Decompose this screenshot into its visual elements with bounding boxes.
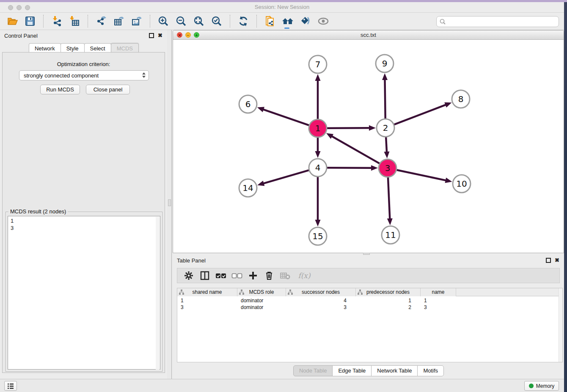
close-table-panel-icon[interactable]: ✖ bbox=[554, 258, 560, 263]
toolbar-separator bbox=[230, 15, 230, 28]
graph-edge-2-3[interactable] bbox=[386, 137, 387, 152]
graph-edge-arrow-1-7 bbox=[315, 74, 321, 81]
toolbar-separator bbox=[88, 15, 88, 28]
deselect-all-rows-icon[interactable] bbox=[231, 270, 242, 281]
graph-node-15[interactable]: 15 bbox=[309, 227, 327, 245]
graph-node-2[interactable]: 2 bbox=[377, 119, 394, 137]
export-table-icon[interactable] bbox=[113, 15, 125, 28]
zoom-selected-icon[interactable] bbox=[210, 15, 223, 28]
splitter-grip[interactable] bbox=[168, 199, 171, 206]
cell-predecessor-nodes[interactable]: 2 bbox=[356, 304, 421, 311]
window-title: Session: New Session bbox=[0, 4, 564, 10]
float-panel-icon[interactable] bbox=[149, 33, 154, 38]
graph-node-4[interactable]: 4 bbox=[309, 159, 327, 177]
graph-node-6[interactable]: 6 bbox=[239, 95, 257, 113]
svg-text:11: 11 bbox=[385, 230, 396, 240]
graph-edge-1-2[interactable] bbox=[327, 128, 370, 128]
save-session-icon[interactable] bbox=[24, 15, 36, 28]
task-history-button[interactable] bbox=[4, 381, 17, 391]
refresh-icon[interactable] bbox=[237, 15, 250, 28]
cell-successor-nodes[interactable]: 4 bbox=[286, 297, 356, 304]
graph-node-7[interactable]: 7 bbox=[309, 55, 327, 73]
network-window-titlebar[interactable]: ✕ − + scc.txt bbox=[173, 30, 564, 40]
tab-motifs[interactable]: Motifs bbox=[417, 365, 444, 376]
delete-column-icon[interactable] bbox=[264, 270, 275, 281]
tab-network-table[interactable]: Network Table bbox=[371, 365, 418, 376]
cell-MCDS-role[interactable]: dominator bbox=[237, 304, 286, 311]
float-table-panel-icon[interactable] bbox=[546, 258, 551, 263]
graph-node-8[interactable]: 8 bbox=[452, 90, 470, 108]
table-row-3[interactable]: 3dominator323 bbox=[177, 304, 562, 311]
zoom-out-icon[interactable] bbox=[175, 15, 187, 28]
cell-MCDS-role[interactable]: dominator bbox=[237, 297, 286, 304]
search-input[interactable] bbox=[446, 19, 556, 25]
memory-button[interactable]: Memory bbox=[524, 381, 559, 391]
graph-edge-2-9[interactable] bbox=[385, 79, 385, 119]
graph-edge-3-11[interactable] bbox=[388, 177, 390, 219]
graph-edge-1-6[interactable] bbox=[263, 109, 309, 125]
graph-edge-arrow-3-11 bbox=[387, 218, 393, 225]
toolbar-splitter-grip[interactable] bbox=[284, 28, 289, 29]
cell-name[interactable]: 1 bbox=[421, 297, 456, 304]
hide-labels-icon[interactable] bbox=[299, 15, 312, 28]
cell-shared-name[interactable]: 1 bbox=[177, 297, 237, 304]
column-header-shared-name[interactable]: shared name bbox=[177, 288, 237, 296]
import-table-icon[interactable] bbox=[68, 15, 81, 28]
result-scrollbar[interactable] bbox=[156, 217, 160, 370]
search-box[interactable] bbox=[436, 16, 559, 27]
graph-node-10[interactable]: 10 bbox=[453, 175, 471, 193]
home-icon[interactable] bbox=[281, 15, 294, 28]
column-header-successor-nodes[interactable]: successor nodes bbox=[286, 288, 356, 296]
svg-text:4: 4 bbox=[315, 163, 321, 173]
column-header-MCDS-role[interactable]: MCDS role bbox=[237, 288, 286, 296]
graph-edge-arrow-1-4 bbox=[315, 151, 321, 158]
column-header-name[interactable]: name bbox=[421, 288, 456, 296]
cell-shared-name[interactable]: 3 bbox=[177, 304, 237, 311]
panel-splitter[interactable] bbox=[167, 30, 173, 379]
optimization-criterion-select[interactable]: strongly connected component bbox=[19, 70, 149, 80]
open-session-icon[interactable] bbox=[6, 15, 19, 28]
split-columns-icon[interactable] bbox=[199, 270, 210, 281]
graph-edge-3-10[interactable] bbox=[397, 170, 446, 181]
graph-node-1[interactable]: 1 bbox=[309, 119, 327, 137]
select-all-rows-icon[interactable] bbox=[215, 270, 226, 281]
import-network-icon[interactable] bbox=[50, 15, 63, 28]
add-column-icon[interactable] bbox=[248, 270, 259, 281]
gear-icon[interactable] bbox=[183, 270, 194, 281]
run-mcds-button[interactable]: Run MCDS bbox=[40, 85, 80, 94]
mcds-result-text[interactable]: 1 3 bbox=[8, 216, 160, 370]
zoom-in-icon[interactable] bbox=[157, 15, 170, 28]
export-network-icon[interactable] bbox=[95, 15, 107, 28]
svg-text:15: 15 bbox=[312, 231, 323, 241]
column-header-predecessor-nodes[interactable]: predecessor nodes bbox=[356, 288, 421, 296]
graph-edge-4-3[interactable] bbox=[327, 168, 372, 168]
graph-node-11[interactable]: 11 bbox=[382, 226, 399, 244]
cell-successor-nodes[interactable]: 3 bbox=[286, 304, 356, 311]
main-titlebar: Session: New Session bbox=[0, 2, 564, 13]
export-image-icon[interactable] bbox=[130, 15, 143, 28]
graph-node-3[interactable]: 3 bbox=[379, 159, 396, 177]
close-panel-button[interactable]: Close panel bbox=[86, 85, 130, 94]
graph-edge-3-1[interactable] bbox=[331, 136, 380, 163]
graph-edge-2-8[interactable] bbox=[394, 105, 446, 124]
column-type-icon bbox=[179, 290, 184, 295]
graph-node-9[interactable]: 9 bbox=[376, 55, 394, 72]
table-row-1[interactable]: 1dominator411 bbox=[177, 297, 562, 304]
copy-network-icon[interactable] bbox=[264, 15, 276, 28]
graph-edge-arrow-3-10 bbox=[445, 178, 452, 183]
table-scrollbar[interactable] bbox=[559, 288, 562, 362]
status-bar: Memory bbox=[0, 379, 564, 392]
tab-node-table[interactable]: Node Table bbox=[293, 365, 333, 376]
column-header-label: successor nodes bbox=[302, 289, 340, 295]
column-type-icon bbox=[288, 290, 293, 295]
tab-edge-table[interactable]: Edge Table bbox=[332, 365, 372, 376]
cell-predecessor-nodes[interactable]: 1 bbox=[356, 297, 421, 304]
close-panel-icon[interactable]: ✖ bbox=[157, 33, 163, 39]
svg-text:7: 7 bbox=[315, 59, 321, 69]
cell-name[interactable]: 3 bbox=[421, 304, 456, 311]
graph-edge-4-14[interactable] bbox=[263, 170, 309, 184]
graph-node-14[interactable]: 14 bbox=[239, 179, 257, 197]
network-canvas[interactable]: 7968124314101511 bbox=[173, 40, 564, 253]
zoom-fit-icon[interactable] bbox=[193, 15, 205, 28]
show-hide-panels-icon[interactable] bbox=[317, 15, 330, 28]
